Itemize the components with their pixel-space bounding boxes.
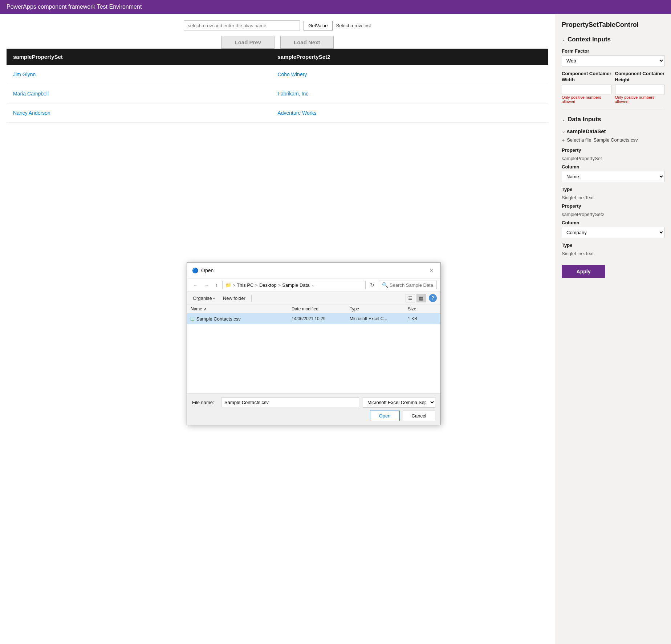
nav-forward-button[interactable]: → xyxy=(202,281,211,289)
table-cell-col2: Fabrikam, Inc xyxy=(271,84,548,103)
table-cell-col1: Nancy Anderson xyxy=(7,103,271,123)
col-date-header[interactable]: Date modified xyxy=(292,306,350,311)
select-file-label[interactable]: Select a file xyxy=(567,137,591,143)
file-icon: □ xyxy=(191,315,194,322)
path-segment-1[interactable]: This PC xyxy=(237,282,253,288)
container-height-label: Component Container Height xyxy=(615,71,665,83)
table-row[interactable]: Maria CampbellFabrikam, Inc xyxy=(7,84,548,103)
nav-back-button[interactable]: ← xyxy=(191,281,200,289)
app-title: PowerApps component framework Test Envir… xyxy=(7,4,142,10)
form-factor-field: Form Factor Web Phone Tablet xyxy=(562,48,664,71)
container-width-field: Component Container Width Only positive … xyxy=(562,71,611,104)
type1-label: Type xyxy=(562,187,664,192)
col-name-header[interactable]: Name ∧ xyxy=(191,306,292,311)
path-segment-3[interactable]: Sample Data xyxy=(282,282,309,288)
type2-value: SingleLine.Text xyxy=(562,249,664,259)
dialog-nav: ← → ↑ 📁 > This PC > Desktop > Sample Dat… xyxy=(187,278,440,292)
column1-select[interactable]: Name Email Phone xyxy=(562,171,664,182)
property2-label: Property xyxy=(562,203,664,209)
height-error-text: Only positive numbers allowed xyxy=(615,95,665,104)
path-segment-2[interactable]: Desktop xyxy=(259,282,277,288)
container-width-input[interactable] xyxy=(562,85,611,94)
help-button[interactable]: ? xyxy=(429,294,437,302)
dialog-close-button[interactable]: × xyxy=(428,266,435,274)
form-factor-select[interactable]: Web Phone Tablet xyxy=(562,55,664,66)
sample-dataset-header[interactable]: ⌄ sampleDataSet xyxy=(562,128,664,134)
selected-file-name: Sample Contacts.csv xyxy=(593,137,638,143)
file-row[interactable]: □ Sample Contacts.csv 14/06/2021 10:29 M… xyxy=(187,313,440,324)
container-size-row: Component Container Width Only positive … xyxy=(562,71,664,104)
filename-row: File name: Microsoft Excel Comma Separat… xyxy=(192,397,435,408)
search-bar[interactable]: 🔍 xyxy=(379,281,437,289)
view-list-button[interactable]: ▦ xyxy=(416,294,426,302)
right-panel: PropertySetTableControl ⌄ Context Inputs… xyxy=(555,14,671,644)
file-type: Microsoft Excel C... xyxy=(350,315,408,322)
nav-up-button[interactable]: ↑ xyxy=(213,281,220,289)
load-row: Load Prev Load Next xyxy=(7,36,548,49)
chevron-down-icon: ⌄ xyxy=(562,37,565,42)
load-next-button[interactable]: Load Next xyxy=(280,36,334,49)
path-dropdown-button[interactable]: ⌄ xyxy=(311,283,316,288)
table-cell-col2: Adventure Works xyxy=(271,103,548,123)
plus-icon: + xyxy=(562,137,565,143)
table-row[interactable]: Nancy AndersonAdventure Works xyxy=(7,103,548,123)
search-input[interactable] xyxy=(390,282,433,288)
property1-value: samplePropertySet xyxy=(562,154,664,164)
container-height-field: Component Container Height Only positive… xyxy=(615,71,665,104)
table-header-row: samplePropertySet samplePropertySet2 xyxy=(7,49,548,65)
filetype-select[interactable]: Microsoft Excel Comma Separat All Files xyxy=(363,397,435,408)
panel-title: PropertySetTableControl xyxy=(562,21,664,29)
data-inputs-content: ⌄ sampleDataSet + Select a file Sample C… xyxy=(562,128,664,259)
chevron-down-icon-2: ⌄ xyxy=(562,117,565,122)
container-width-label: Component Container Width xyxy=(562,71,611,83)
column2-select[interactable]: Company Name Email xyxy=(562,227,664,238)
table-row[interactable]: Jim GlynnCoho Winery xyxy=(7,65,548,84)
context-inputs-label: Context Inputs xyxy=(568,36,611,43)
view-details-button[interactable]: ☰ xyxy=(406,294,415,302)
new-folder-label: New folder xyxy=(223,295,245,301)
path-folder-icon: 📁 xyxy=(225,282,231,288)
filename-input[interactable] xyxy=(221,398,359,407)
alias-input[interactable] xyxy=(184,20,300,31)
dialog-titlebar: 🔵 Open × xyxy=(187,263,440,278)
view-buttons: ☰ ▦ ? xyxy=(406,294,437,302)
apply-button[interactable]: Apply xyxy=(562,265,605,278)
data-inputs-label: Data Inputs xyxy=(568,116,601,123)
dialog-bottom: File name: Microsoft Excel Comma Separat… xyxy=(187,393,440,425)
column1-label: Column xyxy=(562,164,664,170)
select-row-label: Select a row first xyxy=(336,23,371,28)
select-file-row: + Select a file Sample Contacts.csv xyxy=(562,137,664,143)
table-body: Jim GlynnCoho WineryMaria CampbellFabrik… xyxy=(7,65,548,123)
dialog-action-row: Open Cancel xyxy=(192,411,435,421)
getvalue-button[interactable]: GetValue xyxy=(304,21,332,30)
table-cell-col2: Coho Winery xyxy=(271,65,548,84)
type1-value: SingleLine.Text xyxy=(562,193,664,203)
sample-dataset-label: sampleDataSet xyxy=(567,128,606,134)
col-type-header[interactable]: Type xyxy=(350,306,408,311)
col-size-header[interactable]: Size xyxy=(408,306,437,311)
type2-label: Type xyxy=(562,242,664,248)
dialog-cancel-button[interactable]: Cancel xyxy=(403,411,435,421)
organise-button[interactable]: Organise ▾ xyxy=(191,294,217,302)
column2-label: Column xyxy=(562,220,664,225)
context-inputs-section-header[interactable]: ⌄ Context Inputs xyxy=(562,36,664,43)
file-size: 1 KB xyxy=(408,315,437,322)
refresh-button[interactable]: ↻ xyxy=(368,281,377,289)
dialog-title: Open xyxy=(201,268,214,273)
filename-label: File name: xyxy=(192,400,217,405)
table-cell-col1: Maria Campbell xyxy=(7,84,271,103)
new-folder-button[interactable]: New folder xyxy=(221,294,248,302)
organise-dropdown-icon: ▾ xyxy=(213,297,215,300)
file-date: 14/06/2021 10:29 xyxy=(292,315,350,322)
dialog-folder-icon: 🔵 xyxy=(192,268,198,273)
data-inputs-section-header[interactable]: ⌄ Data Inputs xyxy=(562,116,664,123)
container-height-input[interactable] xyxy=(615,85,665,94)
load-prev-button[interactable]: Load Prev xyxy=(221,36,274,49)
form-factor-label: Form Factor xyxy=(562,48,664,54)
col-header-2: samplePropertySet2 xyxy=(271,49,548,65)
divider-1 xyxy=(562,110,664,110)
dialog-open-button[interactable]: Open xyxy=(370,411,400,421)
dialog-title-left: 🔵 Open xyxy=(192,268,214,273)
file-list: □ Sample Contacts.csv 14/06/2021 10:29 M… xyxy=(187,313,440,393)
property2-value: samplePropertySet2 xyxy=(562,210,664,220)
